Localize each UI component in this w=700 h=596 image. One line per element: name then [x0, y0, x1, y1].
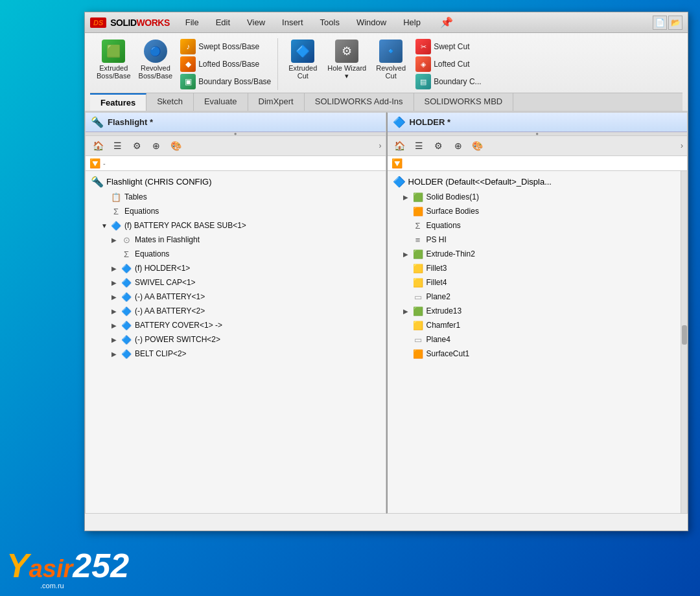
ribbon-group-boss: 🟩 ExtrudedBoss/Base 🔵 RevolvedBoss/Base …	[90, 38, 278, 90]
tree-item-solid-bodies[interactable]: ▶ 🟩 Solid Bodies(1)	[388, 190, 681, 204]
tree-item-holder[interactable]: ▶ 🔷 (f) HOLDER<1>	[86, 261, 386, 275]
holder-panel-header: 🔷 HOLDER *	[388, 113, 688, 132]
flashlight-root[interactable]: 🔦 Flashlight (CHRIS CONFIG)	[86, 174, 386, 190]
tree-item-ps-hi[interactable]: ≡ PS HI	[388, 233, 681, 247]
tree-item-equations-sub[interactable]: Σ Equations	[86, 247, 386, 261]
arrow-battery2: ▶	[111, 308, 118, 315]
flashlight-header-icon: 🔦	[91, 116, 104, 128]
scrollbar-right[interactable]	[681, 171, 687, 513]
new-document-button[interactable]: 📄	[653, 16, 667, 30]
tree-item-extrude-thin2[interactable]: ▶ 🟩 Extrude-Thin2	[388, 247, 681, 261]
menu-window[interactable]: Window	[354, 16, 389, 29]
open-document-button[interactable]: 📂	[668, 16, 682, 30]
tree-item-plane4[interactable]: ▭ Plane4	[388, 332, 681, 347]
battery-cover-label: BATTERY COVER<1> ->	[135, 321, 222, 330]
extruded-boss-icon: 🟩	[102, 40, 125, 63]
tree-item-battery1[interactable]: ▶ 🔷 (-) AA BATTERY<1>	[86, 290, 386, 304]
power-switch-icon: 🔷	[121, 334, 132, 345]
boundary-cut-button[interactable]: ▤ Boundary C...	[413, 73, 484, 90]
tree-item-battery-pack[interactable]: ▼ 🔷 (f) BATTERY PACK BASE SUB<1>	[86, 218, 386, 233]
menu-insert[interactable]: Insert	[279, 16, 306, 29]
expand-btn-left[interactable]: ›	[379, 141, 382, 150]
filter-dash-left: -	[103, 159, 106, 167]
tree-item-tables[interactable]: 📋 Tables	[86, 190, 386, 204]
extruded-cut-button[interactable]: 🔷 ExtrudedCut	[283, 38, 322, 81]
pin-icon[interactable]: 📌	[440, 16, 453, 29]
configmgr-btn-left[interactable]: ⚙	[128, 138, 145, 154]
displaymgr-btn-left[interactable]: 🎨	[167, 138, 184, 154]
tree-item-belt-clip[interactable]: ▶ 🔷 BELT CLIP<2>	[86, 347, 386, 361]
menu-file[interactable]: File	[183, 16, 202, 29]
arrow-battery1: ▶	[111, 293, 118, 301]
arrow-holder: ▶	[111, 265, 118, 272]
tree-item-surface-cut1[interactable]: 🟧 SurfaceCut1	[388, 347, 681, 361]
tree-item-extrude13[interactable]: ▶ 🟩 Extrude13	[388, 304, 681, 318]
revolved-boss-button[interactable]: 🔵 RevolvedBoss/Base	[136, 38, 176, 81]
tab-sketch[interactable]: Sketch	[146, 93, 194, 111]
arrow-extrude-thin2: ▶	[403, 251, 410, 258]
equations-sub-label: Equations	[135, 249, 169, 258]
boss-small-tools: ♪ Swept Boss/Base ◆ Lofted Boss/Base ▣ B…	[178, 38, 274, 90]
tab-features[interactable]: Features	[90, 93, 146, 111]
holder-root[interactable]: 🔷 HOLDER (Default<<Default>_Displa...	[388, 174, 681, 190]
swivel-icon: 🔷	[121, 277, 132, 288]
extruded-boss-button[interactable]: 🟩 ExtrudedBoss/Base	[94, 38, 134, 81]
swept-cut-button[interactable]: ✂ Swept Cut	[413, 38, 484, 55]
scrollbar-thumb-right[interactable]	[682, 325, 687, 345]
extruded-boss-label: ExtrudedBoss/Base	[97, 64, 131, 80]
plane4-icon: ▭	[412, 334, 424, 345]
tree-item-mates[interactable]: ▶ ⊙ Mates in Flashlight	[86, 233, 386, 247]
tree-item-surface-bodies[interactable]: 🟧 Surface Bodies	[388, 204, 681, 218]
tree-item-power-switch[interactable]: ▶ 🔷 (-) POWER SWITCH<2>	[86, 332, 386, 347]
boundary-cut-icon: ▤	[415, 74, 431, 89]
expand-btn-right[interactable]: ›	[681, 141, 683, 150]
displaymgr-btn-right[interactable]: 🎨	[469, 138, 486, 154]
swept-boss-button[interactable]: ♪ Swept Boss/Base	[178, 38, 274, 55]
tab-evaluate[interactable]: Evaluate	[194, 93, 248, 111]
dimmgr-btn-right[interactable]: ⊕	[450, 138, 467, 154]
flashlight-panel: 🔦 Flashlight * ● 🏠 ☰ ⚙ ⊕ 🎨 › 🔽 -	[85, 112, 386, 514]
menu-view[interactable]: View	[244, 16, 268, 29]
propertymgr-btn-left[interactable]: ☰	[109, 138, 126, 154]
featuremgr-btn-left[interactable]: 🏠	[89, 138, 106, 154]
belt-clip-icon: 🔷	[121, 348, 132, 360]
ribbon: 🟩 ExtrudedBoss/Base 🔵 RevolvedBoss/Base …	[85, 33, 688, 112]
battery2-label: (-) AA BATTERY<2>	[135, 306, 205, 315]
tree-item-plane2[interactable]: ▭ Plane2	[388, 290, 681, 304]
ribbon-group-cut: 🔷 ExtrudedCut ⚙ Hole Wizard▾ 🔹 RevolvedC…	[279, 38, 487, 90]
menu-help[interactable]: Help	[401, 16, 423, 29]
dimmgr-btn-left[interactable]: ⊕	[148, 138, 165, 154]
revolved-cut-label: RevolvedCut	[376, 64, 406, 80]
tab-addins[interactable]: SOLIDWORKS Add-Ins	[305, 93, 414, 111]
holder-root-label: HOLDER (Default<<Default>_Displa...	[408, 177, 552, 187]
menu-edit[interactable]: Edit	[213, 16, 233, 29]
tab-mbd[interactable]: SOLIDWORKS MBD	[414, 93, 514, 111]
holder-root-icon: 🔷	[393, 176, 406, 188]
configmgr-btn-right[interactable]: ⚙	[430, 138, 447, 154]
tree-item-chamfer1[interactable]: 🟨 Chamfer1	[388, 318, 681, 332]
battery-cover-icon: 🔷	[121, 319, 132, 331]
tree-item-fillet3[interactable]: 🟨 Fillet3	[388, 261, 681, 275]
swept-boss-icon: ♪	[180, 39, 196, 54]
tree-item-fillet4[interactable]: 🟨 Fillet4	[388, 275, 681, 290]
boundary-boss-button[interactable]: ▣ Boundary Boss/Base	[178, 73, 274, 90]
featuremgr-btn-right[interactable]: 🏠	[391, 138, 408, 154]
tree-item-battery-cover[interactable]: ▶ 🔷 BATTERY COVER<1> ->	[86, 318, 386, 332]
ps-hi-label: PS HI	[426, 235, 447, 244]
tree-item-equations-root[interactable]: Σ Equations	[86, 204, 386, 218]
tree-item-holder-equations[interactable]: Σ Equations	[388, 218, 681, 233]
swept-boss-label: Swept Boss/Base	[198, 42, 259, 51]
hole-wizard-button[interactable]: ⚙ Hole Wizard▾	[325, 38, 369, 82]
menu-tools[interactable]: Tools	[318, 16, 342, 29]
lofted-cut-button[interactable]: ◈ Lofted Cut	[413, 56, 484, 73]
tree-item-battery2[interactable]: ▶ 🔷 (-) AA BATTERY<2>	[86, 304, 386, 318]
propertymgr-btn-right[interactable]: ☰	[411, 138, 428, 154]
fillet3-icon: 🟨	[412, 262, 424, 274]
solidworks-text: SOLIDWORKS	[110, 17, 169, 28]
revolved-cut-button[interactable]: 🔹 RevolvedCut	[371, 38, 410, 81]
lofted-boss-button[interactable]: ◆ Lofted Boss/Base	[178, 56, 274, 73]
boundary-boss-icon: ▣	[180, 74, 196, 89]
tab-dimxpert[interactable]: DimXpert	[248, 93, 305, 111]
tree-item-swivel[interactable]: ▶ 🔷 SWIVEL CAP<1>	[86, 275, 386, 290]
ribbon-tools: 🟩 ExtrudedBoss/Base 🔵 RevolvedBoss/Base …	[90, 36, 682, 93]
